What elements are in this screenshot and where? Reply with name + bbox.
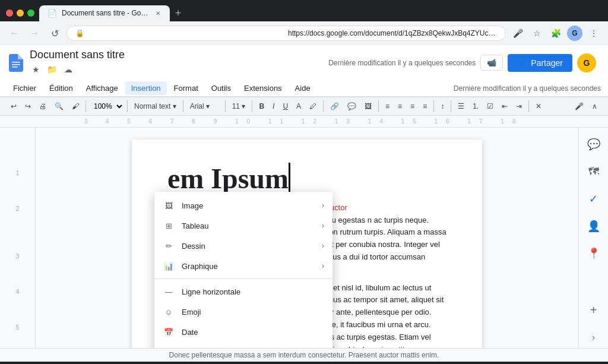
- address-bar[interactable]: 🔒 https://docs.google.com/document/d/1qZ…: [66, 26, 506, 41]
- dessin-menu-icon: ✏: [163, 240, 175, 252]
- doc-title[interactable]: Document sans titre: [30, 49, 324, 61]
- chat-icon[interactable]: 💬: [583, 134, 604, 155]
- text-color-button[interactable]: A: [293, 100, 305, 113]
- bookmark-icon[interactable]: ☆: [528, 25, 545, 42]
- num-list-button[interactable]: 1.: [469, 100, 482, 113]
- nav-bar: ← → ↺ 🔒 https://docs.google.com/document…: [0, 21, 608, 45]
- meet-button[interactable]: 📹: [480, 55, 503, 71]
- page-marker-1: 1: [15, 169, 19, 176]
- paint-format-button[interactable]: 🖌: [68, 100, 83, 113]
- people-icon[interactable]: 👤: [583, 216, 604, 237]
- share-button[interactable]: 👤 Partager: [508, 54, 572, 72]
- toolbar-separator-6: [323, 100, 324, 112]
- menu-row-image[interactable]: 🖼 Image ›: [154, 195, 332, 216]
- menu-row-tableau[interactable]: ⊞ Tableau ›: [154, 216, 332, 236]
- expand-sidebar-icon[interactable]: ›: [583, 327, 604, 348]
- menu-row-dessin[interactable]: ✏ Dessin ›: [154, 236, 332, 256]
- maximize-button[interactable]: [27, 10, 34, 17]
- back-button[interactable]: ←: [6, 25, 23, 42]
- last-edit-menu: Dernière modification il y a quelques se…: [454, 84, 601, 93]
- menu-format[interactable]: Format: [168, 81, 204, 95]
- menu-affichage[interactable]: Affichage: [80, 81, 124, 95]
- align-left-button[interactable]: ≡: [382, 100, 393, 113]
- maps-pin-icon[interactable]: 📍: [583, 243, 604, 264]
- map-icon[interactable]: 🗺: [583, 161, 604, 182]
- align-right-button[interactable]: ≡: [407, 100, 418, 113]
- folder-button[interactable]: 📁: [45, 62, 59, 77]
- bottom-status: Donec pellentesque massa a sem interdum …: [169, 351, 439, 359]
- docs-app: Document sans titre ★ 📁 ☁ Dernière modif…: [0, 45, 608, 362]
- title-bar: 📄 Document sans titre - Google ... ✕ +: [0, 0, 608, 21]
- add-icon[interactable]: +: [583, 299, 604, 321]
- menu-edition[interactable]: Édition: [43, 81, 79, 95]
- user-avatar[interactable]: G: [577, 53, 596, 72]
- menu-row-date[interactable]: 📅 Date: [154, 322, 332, 342]
- indent-decrease-button[interactable]: ⇤: [498, 100, 511, 113]
- font-size-dropdown[interactable]: 11 ▾: [229, 100, 249, 113]
- checklist-button[interactable]: ☑: [483, 100, 497, 113]
- tab-close-button[interactable]: ✕: [154, 9, 162, 17]
- clear-format-button[interactable]: ✕: [532, 100, 545, 113]
- menu-outils[interactable]: Outils: [205, 81, 237, 95]
- highlight-button[interactable]: 🖊: [306, 100, 320, 113]
- sidebar-right: 💬 🗺 ✓ 👤 📍 + ›: [578, 128, 608, 348]
- check-icon[interactable]: ✓: [583, 188, 604, 210]
- print-button[interactable]: 🖨: [36, 100, 50, 113]
- menu-aide[interactable]: Aide: [289, 81, 316, 95]
- url-display: https://docs.google.com/document/d/1qZBz…: [288, 29, 497, 37]
- microphone-icon[interactable]: 🎤: [509, 25, 526, 42]
- underline-button[interactable]: U: [279, 100, 292, 113]
- share-icon: 👤: [517, 58, 527, 68]
- align-center-button[interactable]: ≡: [394, 100, 406, 113]
- ligne-menu-icon: —: [163, 286, 175, 297]
- bold-button[interactable]: B: [255, 100, 268, 113]
- docs-logo: [7, 52, 25, 74]
- new-tab-button[interactable]: +: [170, 5, 186, 21]
- menu-row-graphique[interactable]: 📊 Graphique ›: [154, 256, 332, 276]
- expand-button[interactable]: ∧: [588, 100, 601, 113]
- date-menu-icon: 📅: [163, 326, 175, 338]
- star-button[interactable]: ★: [30, 62, 42, 77]
- justify-button[interactable]: ≡: [419, 100, 430, 113]
- menu-icon[interactable]: ⋮: [585, 25, 602, 42]
- browser-window: 📄 Document sans titre - Google ... ✕ + ←…: [0, 0, 608, 362]
- redo-button[interactable]: ↪: [21, 100, 34, 113]
- share-label: Partager: [531, 58, 563, 68]
- image-button[interactable]: 🖼: [361, 100, 375, 113]
- menu-fichier[interactable]: Fichier: [7, 81, 42, 95]
- toolbar-separator-3: [183, 100, 183, 112]
- menu-row-emoji[interactable]: ☺ Emoji: [154, 302, 332, 322]
- browser-nav-icons: 🎤 ☆ 🧩 G ⋮: [509, 25, 602, 42]
- tab-bar: 📄 Document sans titre - Google ... ✕ +: [39, 5, 550, 21]
- list-button[interactable]: ☰: [454, 100, 468, 113]
- dessin-menu-label: Dessin: [182, 242, 322, 251]
- profile-icon[interactable]: G: [566, 25, 583, 42]
- close-button[interactable]: [6, 10, 13, 17]
- spell-check-button[interactable]: 🔍: [51, 100, 67, 113]
- extensions-icon[interactable]: 🧩: [547, 25, 564, 42]
- menu-row-ligne[interactable]: — Ligne horizontale: [154, 281, 332, 302]
- active-tab[interactable]: 📄 Document sans titre - Google ... ✕: [39, 5, 170, 21]
- reload-button[interactable]: ↺: [46, 25, 63, 42]
- minimize-button[interactable]: [17, 10, 24, 17]
- zoom-select[interactable]: 100%: [89, 100, 124, 112]
- font-dropdown[interactable]: Arial ▾: [186, 100, 222, 113]
- line-spacing-button[interactable]: ↕: [437, 100, 448, 113]
- voice-type-button[interactable]: 🎤: [571, 100, 587, 113]
- menu-extensions[interactable]: Extensions: [238, 81, 288, 95]
- cloud-icon-button[interactable]: ☁: [62, 62, 75, 77]
- toolbar: ↩ ↪ 🖨 🔍 🖌 100% Normal text ▾ Arial ▾ 11 …: [0, 97, 608, 116]
- toolbar-separator-5: [252, 100, 252, 112]
- comment-button[interactable]: 💬: [344, 100, 360, 113]
- normal-text-dropdown[interactable]: Normal text ▾: [131, 100, 180, 113]
- italic-button[interactable]: I: [269, 100, 278, 113]
- undo-button[interactable]: ↩: [7, 100, 20, 113]
- menu-row-deroulant[interactable]: ⊖ Menu déroulant: [154, 342, 332, 348]
- doc-heading: em Ipsum: [167, 163, 290, 194]
- menu-bar: Fichier Édition Affichage Insertion Form…: [0, 80, 608, 97]
- indent-increase-button[interactable]: ⇥: [512, 100, 525, 113]
- toolbar-separator-2: [127, 100, 128, 112]
- menu-insertion[interactable]: Insertion: [125, 81, 167, 95]
- link-button[interactable]: 🔗: [327, 100, 343, 113]
- forward-button[interactable]: →: [26, 25, 43, 42]
